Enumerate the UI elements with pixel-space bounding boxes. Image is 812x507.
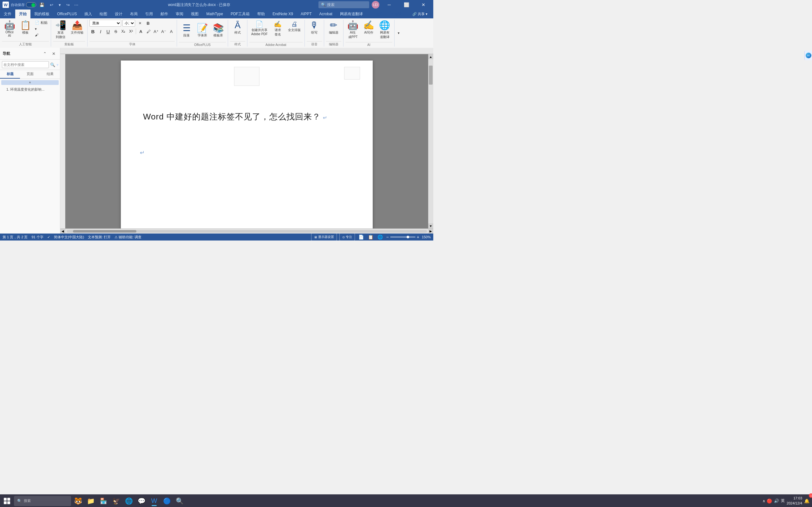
menu-mathtype[interactable]: MathType <box>202 9 227 18</box>
menu-draw[interactable]: 绘图 <box>96 9 111 18</box>
menu-review[interactable]: 审阅 <box>172 9 187 18</box>
save-icon[interactable]: 💾 <box>38 1 46 9</box>
nav-heading-item[interactable]: 1. 环境温度变化的影响... <box>1 86 59 93</box>
menu-layout[interactable]: 布局 <box>126 9 142 18</box>
search-box[interactable]: 🔍 <box>318 1 369 8</box>
paste-options[interactable]: ▾ <box>34 26 49 32</box>
undo-dropdown[interactable]: ▾ <box>56 1 63 9</box>
paste-button[interactable]: 📄 粘贴 <box>34 20 49 26</box>
nav-search-dropdown[interactable]: ▾ <box>56 61 59 68</box>
listen-btn[interactable]: 🎙 听写 <box>307 20 322 36</box>
share-button[interactable]: 🔗 共享 ▾ <box>409 10 431 18</box>
h-scroll-track[interactable] <box>67 230 427 233</box>
bold-button[interactable]: B <box>145 20 152 26</box>
font-color-btn[interactable]: A <box>137 28 144 35</box>
format-painter[interactable]: 🖌 <box>34 32 49 38</box>
menu-officeplus[interactable]: OfficePLUS <box>53 9 81 18</box>
style-library-btn[interactable]: 📝 字体库 <box>195 22 210 39</box>
subscript-btn[interactable]: X₂ <box>120 28 127 35</box>
web-view-btn[interactable]: 🌐 <box>376 234 384 239</box>
menu-mail[interactable]: 邮件 <box>157 9 172 18</box>
file-transfer-button[interactable]: 📤 文件传输 <box>69 20 85 36</box>
more-icon[interactable]: ⋯ <box>72 1 80 9</box>
h-scroll-thumb[interactable] <box>73 230 136 233</box>
translate-ai-btn[interactable]: 🌐 网易有道翻译 <box>377 20 392 41</box>
expand-ribbon[interactable]: ▾ <box>397 31 401 36</box>
request-sign-btn[interactable]: ✍ 请求签名 <box>270 20 286 38</box>
comment-button[interactable]: 🗨 批注 <box>369 10 386 18</box>
focus-btn[interactable]: ⊙ 专注 <box>339 233 355 241</box>
menu-pdf[interactable]: PDF工具箱 <box>227 9 253 18</box>
user-avatar[interactable]: LEI <box>372 1 379 9</box>
zoom-minus-btn[interactable]: − <box>386 234 389 239</box>
undo-button[interactable]: ↩ <box>48 1 55 9</box>
menu-aippt[interactable]: AIPPT <box>297 9 316 18</box>
nav-search-btn[interactable]: 🔍 <box>50 61 55 68</box>
nav-close-button[interactable]: ✕ <box>50 50 57 57</box>
highlight-btn[interactable]: 🖊 <box>145 28 152 35</box>
status-language[interactable]: 简体中文(中国大陆) <box>54 235 84 239</box>
font-settings-btn[interactable]: A <box>168 28 175 35</box>
paragraph-btn[interactable]: ☰ 段落 <box>179 22 194 39</box>
document-page[interactable]: ↵ Word 中建好的题注标签不见了，怎么找回来？ ↵ <box>121 60 373 228</box>
zoom-thumb[interactable] <box>407 236 409 238</box>
nav-collapse-button[interactable]: ⌃ <box>41 50 49 57</box>
vertical-scrollbar[interactable]: ▲ ▼ <box>428 54 433 228</box>
nav-heading-placeholder[interactable]: × <box>1 80 59 85</box>
template-button[interactable]: 📋 模板 <box>18 20 33 36</box>
underline-btn[interactable]: U <box>105 28 112 35</box>
scroll-right-btn[interactable]: ▶ <box>428 229 433 234</box>
menu-youdao[interactable]: 网易有道翻译 <box>336 9 367 18</box>
display-settings-btn[interactable]: 🖥 显示器设置 <box>311 233 337 241</box>
menu-insert[interactable]: 插入 <box>81 9 96 18</box>
template-library-btn[interactable]: 📚 模板库 <box>211 22 226 39</box>
redo-button[interactable]: ↪ <box>64 1 72 9</box>
edit-button[interactable]: ✏ 编辑 ▾ <box>388 10 407 18</box>
ai-write-btn[interactable]: ✍ Ai写作 <box>361 20 376 36</box>
style-btn[interactable]: Ā 样式 <box>230 20 245 36</box>
clear-format-button[interactable]: ✕ <box>136 20 143 26</box>
close-button[interactable]: ✕ <box>416 0 431 9</box>
restore-button[interactable]: ⬜ <box>399 0 414 9</box>
read-view-btn[interactable]: 📄 <box>357 234 364 239</box>
autosave-toggle[interactable] <box>26 2 36 7</box>
editor-btn[interactable]: ✏ 编辑器 <box>326 20 341 36</box>
superscript-btn[interactable]: X² <box>128 28 135 35</box>
scrollbar-up-btn[interactable]: ▲ <box>428 54 433 59</box>
search-input[interactable] <box>327 3 365 7</box>
minimize-button[interactable]: ─ <box>382 0 397 9</box>
italic-btn[interactable]: I <box>97 28 104 35</box>
ai-ppt-btn[interactable]: 🤖 AI生成PPT <box>345 20 361 41</box>
document-heading[interactable]: Word 中建好的题注标签不见了，怎么找回来？ ↵ <box>143 111 351 122</box>
menu-mytemplate[interactable]: 我的模板 <box>31 9 53 18</box>
zoom-plus-btn[interactable]: + <box>417 234 419 239</box>
scrollbar-down-btn[interactable]: ▼ <box>428 223 433 228</box>
shrink-font-btn[interactable]: A⁻ <box>160 28 167 35</box>
nav-tab-results[interactable]: 结果 <box>40 70 60 78</box>
grow-font-btn[interactable]: A⁺ <box>153 28 159 35</box>
scrollbar-thumb[interactable] <box>429 66 433 84</box>
menu-endnote[interactable]: EndNote X9 <box>269 9 297 18</box>
bold-btn[interactable]: B <box>90 28 96 35</box>
nav-search-input[interactable] <box>2 61 49 68</box>
menu-acrobat[interactable]: Acrobat <box>316 9 336 18</box>
menu-file[interactable]: 文件 <box>0 9 15 18</box>
menu-reference[interactable]: 引用 <box>142 9 157 18</box>
menu-home[interactable]: 开始 <box>15 9 31 18</box>
font-size-select[interactable]: 小二 <box>122 20 135 26</box>
scroll-left-btn[interactable]: ◀ <box>60 229 65 234</box>
status-accessibility[interactable]: ⚠ 辅助功能: 调查 <box>114 235 142 239</box>
nav-tab-pages[interactable]: 页面 <box>20 70 40 78</box>
menu-design[interactable]: 设计 <box>111 9 126 18</box>
status-prediction[interactable]: 文本预测: 打开 <box>88 235 111 239</box>
menu-help[interactable]: 帮助 <box>253 9 269 18</box>
zoom-track[interactable] <box>390 236 415 238</box>
print-view-btn[interactable]: 📋 <box>367 234 374 239</box>
font-name-select[interactable]: 黑体 <box>90 20 121 26</box>
fullprint-btn[interactable]: 🖨 全文排版 <box>286 20 303 34</box>
page-content[interactable]: Word 中建好的题注标签不见了，怎么找回来？ ↵ <box>143 111 351 228</box>
office-ai-button[interactable]: 🤖 OfficeAI <box>2 20 17 39</box>
nav-tab-headings[interactable]: 标题 <box>0 70 20 78</box>
menu-view[interactable]: 视图 <box>187 9 202 18</box>
strikethrough-btn[interactable]: S <box>112 28 119 35</box>
